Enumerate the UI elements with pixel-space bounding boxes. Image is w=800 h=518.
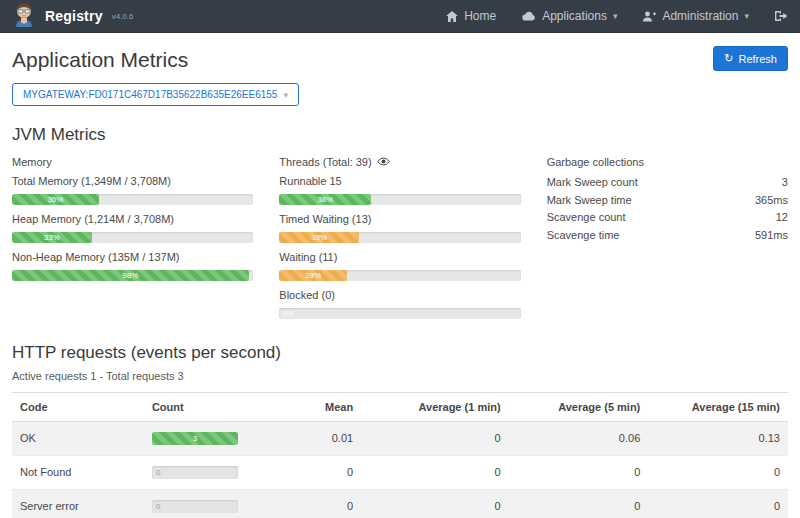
gc-column: Garbage collections Mark Sweep count 3 M… bbox=[547, 152, 788, 326]
count-label: 0 bbox=[156, 466, 160, 479]
gc-label: Mark Sweep time bbox=[547, 192, 632, 210]
http-avg1: 0 bbox=[361, 421, 508, 455]
total-memory-bar: 36% bbox=[12, 194, 99, 205]
count-label: 0 bbox=[156, 500, 160, 513]
gc-label: Mark Sweep count bbox=[547, 174, 638, 192]
gc-row: Mark Sweep count 3 bbox=[547, 174, 788, 192]
col-mean: Mean bbox=[268, 392, 361, 421]
nav-item-logout[interactable] bbox=[775, 10, 788, 22]
http-requests-subtitle: Active requests 1 - Total requests 3 bbox=[12, 370, 788, 382]
threads-column: Threads (Total: 39) Runnable 15 38% Time… bbox=[279, 152, 520, 326]
http-mean: 0 bbox=[268, 455, 361, 489]
col-avg5: Average (5 min) bbox=[509, 392, 649, 421]
gc-value: 365ms bbox=[755, 192, 788, 210]
refresh-label: Refresh bbox=[738, 53, 777, 65]
heap-memory-label: Heap Memory (1,214M / 3,708M) bbox=[12, 212, 253, 228]
waiting-percent: 28% bbox=[305, 271, 321, 280]
gc-value: 3 bbox=[782, 174, 788, 192]
total-memory-label: Total Memory (1,349M / 3,708M) bbox=[12, 174, 253, 190]
gc-value: 12 bbox=[776, 209, 788, 227]
blocked-progress: 0% bbox=[279, 308, 520, 319]
nonheap-memory-progress: 98% bbox=[12, 270, 253, 281]
sign-out-icon bbox=[775, 10, 788, 22]
http-avg5: 0.06 bbox=[509, 421, 649, 455]
col-avg15: Average (15 min) bbox=[648, 392, 788, 421]
count-label: 3 bbox=[152, 432, 238, 445]
refresh-icon: ↻ bbox=[724, 52, 733, 65]
http-avg15: 0 bbox=[648, 455, 788, 489]
heap-memory-bar: 33% bbox=[12, 232, 92, 243]
nonheap-memory-percent: 98% bbox=[122, 271, 138, 280]
page-title: Application Metrics bbox=[12, 48, 188, 72]
http-requests-title: HTTP requests (events per second) bbox=[12, 343, 788, 363]
gc-label: Scavenge time bbox=[547, 227, 620, 245]
runnable-label: Runnable 15 bbox=[279, 174, 520, 190]
nav-item-home[interactable]: Home bbox=[446, 9, 496, 23]
gc-label: Scavenge count bbox=[547, 209, 626, 227]
memory-title: Memory bbox=[12, 155, 253, 171]
waiting-progress: 28% bbox=[279, 270, 520, 281]
timed-waiting-label: Timed Waiting (13) bbox=[279, 212, 520, 228]
gc-title: Garbage collections bbox=[547, 155, 788, 171]
brand-version: v4.0.6 bbox=[112, 12, 134, 21]
cloud-icon bbox=[522, 11, 536, 21]
table-row: Server error 0 0 0 0 0 bbox=[12, 489, 788, 518]
timed-waiting-progress: 33% bbox=[279, 232, 520, 243]
nonheap-memory-label: Non-Heap Memory (135M / 137M) bbox=[12, 250, 253, 266]
table-row: OK 3 0.01 0 0.06 0.13 bbox=[12, 421, 788, 455]
gc-row: Mark Sweep time 365ms bbox=[547, 192, 788, 210]
nav-item-administration[interactable]: Administration ▾ bbox=[643, 9, 749, 23]
http-avg15: 0.13 bbox=[648, 421, 788, 455]
refresh-button[interactable]: ↻ Refresh bbox=[713, 46, 788, 71]
http-code: Not Found bbox=[12, 455, 144, 489]
memory-column: Memory Total Memory (1,349M / 3,708M) 36… bbox=[12, 152, 253, 326]
nav-item-applications[interactable]: Applications ▾ bbox=[522, 9, 617, 23]
caret-down-icon: ▾ bbox=[744, 11, 749, 21]
total-memory-progress: 36% bbox=[12, 194, 253, 205]
count-bar: 0 bbox=[152, 500, 238, 513]
nonheap-memory-bar: 98% bbox=[12, 270, 249, 281]
http-avg5: 0 bbox=[509, 455, 649, 489]
runnable-progress: 38% bbox=[279, 194, 520, 205]
http-mean: 0.01 bbox=[268, 421, 361, 455]
col-code: Code bbox=[12, 392, 144, 421]
caret-down-icon: ▾ bbox=[283, 90, 288, 100]
waiting-bar: 28% bbox=[279, 270, 347, 281]
count-bar: 0 bbox=[152, 466, 238, 479]
brand[interactable]: Registry v4.0.6 bbox=[12, 1, 133, 31]
jvm-metrics-title: JVM Metrics bbox=[12, 125, 788, 145]
instance-selector-dropdown[interactable]: MYGATEWAY:FD0171C467D17B35622B635E26EE61… bbox=[12, 83, 299, 106]
runnable-percent: 38% bbox=[317, 195, 333, 204]
http-mean: 0 bbox=[268, 489, 361, 518]
gc-row: Scavenge count 12 bbox=[547, 209, 788, 227]
http-avg15: 0 bbox=[648, 489, 788, 518]
http-avg1: 0 bbox=[361, 489, 508, 518]
nav-label-applications: Applications bbox=[542, 9, 607, 23]
navbar: Registry v4.0.6 Home Applications ▾ bbox=[0, 0, 800, 33]
nav-label-home: Home bbox=[464, 9, 496, 23]
col-avg1: Average (1 min) bbox=[361, 392, 508, 421]
count-bar: 3 bbox=[152, 432, 238, 445]
http-avg5: 0 bbox=[509, 489, 649, 518]
waiting-label: Waiting (11) bbox=[279, 250, 520, 266]
blocked-percent: 0% bbox=[282, 308, 294, 319]
instance-selector-value: MYGATEWAY:FD0171C467D17B35622B635E26EE61… bbox=[23, 89, 277, 100]
threads-title: Threads (Total: 39) bbox=[279, 155, 371, 171]
http-requests-table: Code Count Mean Average (1 min) Average … bbox=[12, 392, 788, 518]
runnable-bar: 38% bbox=[279, 194, 371, 205]
nav-label-administration: Administration bbox=[662, 9, 738, 23]
brand-name: Registry bbox=[45, 8, 103, 24]
eye-icon[interactable] bbox=[377, 155, 390, 171]
jhipster-avatar-icon bbox=[12, 1, 36, 31]
gc-row: Scavenge time 591ms bbox=[547, 227, 788, 245]
table-row: Not Found 0 0 0 0 0 bbox=[12, 455, 788, 489]
col-count: Count bbox=[144, 392, 268, 421]
blocked-label: Blocked (0) bbox=[279, 288, 520, 304]
total-memory-percent: 36% bbox=[47, 195, 63, 204]
navbar-menu: Home Applications ▾ Administration ▾ bbox=[446, 9, 788, 23]
heap-memory-percent: 33% bbox=[44, 233, 60, 242]
timed-waiting-bar: 33% bbox=[279, 232, 359, 243]
http-code: Server error bbox=[12, 489, 144, 518]
jvm-metrics: Memory Total Memory (1,349M / 3,708M) 36… bbox=[12, 152, 788, 326]
http-avg1: 0 bbox=[361, 455, 508, 489]
